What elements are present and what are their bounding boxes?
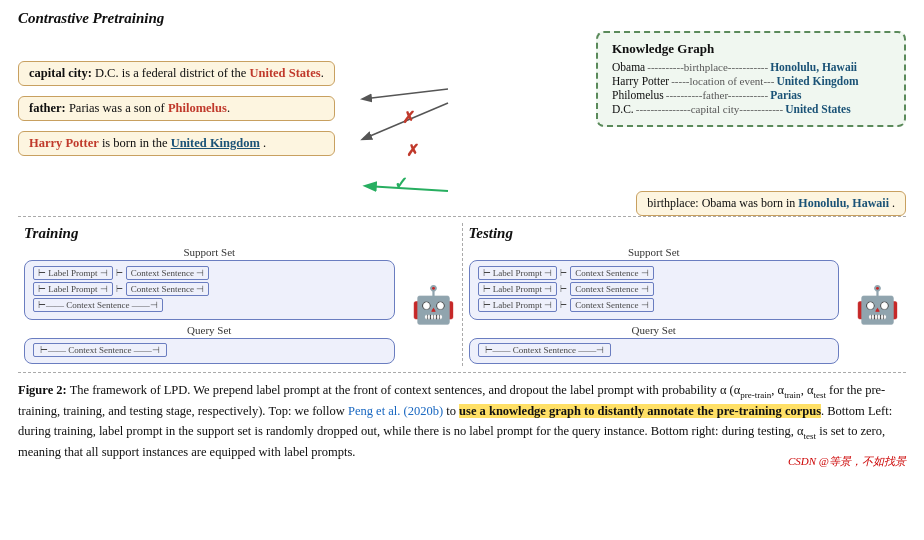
kg-target: Honolulu, Hawaii (770, 61, 857, 73)
kg-entity: Philomelus (612, 89, 664, 101)
capital-city-text2: . (321, 66, 324, 80)
birthplace-sentence: birthplace: Obama was born in Honolulu, … (636, 191, 906, 216)
testing-row-3: ⊢ Label Prompt ⊣ ⊢ Context Sentence ⊣ (478, 298, 831, 312)
training-title: Training (24, 225, 456, 242)
caption-sub4: test (804, 430, 817, 440)
testing-query-box: ⊢—— Context Sentence ——⊣ (469, 338, 840, 364)
query-context-bar: ⊢—— Context Sentence ——⊣ (478, 343, 612, 357)
caption-text3: , α (801, 383, 814, 397)
kg-target: United Kingdom (776, 75, 858, 87)
kg-entity: D.C. (612, 103, 634, 115)
testing-query-row: ⊢—— Context Sentence ——⊣ (478, 343, 831, 357)
harry-potter-text3: . (263, 136, 266, 150)
kg-row-harry: Harry Potter -----location of event--- U… (612, 75, 890, 87)
testing-sets: Support Set ⊢ Label Prompt ⊣ ⊢ Context S… (469, 246, 840, 364)
birthplace-highlight: Honolulu, Hawaii (798, 196, 889, 210)
figure-label: Figure 2: (18, 383, 67, 397)
top-diagram: capital city: D.C. is a federal district… (18, 31, 906, 216)
training-query-row: ⊢—— Context Sentence ——⊣ (33, 343, 386, 357)
training-row-1: ⊢ Label Prompt ⊣ ⊢ Context Sentence ⊣ (33, 266, 386, 280)
father-highlight: Philomelus (168, 101, 227, 115)
birthplace-label: birthplace: (647, 196, 698, 210)
sep: ⊢ (116, 269, 123, 278)
sep: ⊢ (116, 285, 123, 294)
svg-text:✗: ✗ (406, 142, 419, 159)
training-row-3: ⊢—— Context Sentence ——⊣ (33, 298, 386, 312)
label-prompt-bar: ⊢ Label Prompt ⊣ (478, 266, 558, 280)
training-sets: Support Set ⊢ Label Prompt ⊣ ⊢ Context S… (24, 246, 395, 364)
sep: ⊢ (560, 301, 567, 310)
training-section: Training Support Set ⊢ Label Prompt ⊣ ⊢ … (18, 223, 462, 366)
context-only-bar: ⊢—— Context Sentence ——⊣ (33, 298, 163, 312)
label-prompt-bar: ⊢ Label Prompt ⊣ (33, 282, 113, 296)
testing-row-1: ⊢ Label Prompt ⊣ ⊢ Context Sentence ⊣ (478, 266, 831, 280)
testing-support-label: Support Set (469, 246, 840, 258)
caption-text5: to (443, 404, 459, 418)
svg-text:✓: ✓ (394, 174, 408, 193)
training-query-box: ⊢—— Context Sentence ——⊣ (24, 338, 395, 364)
kg-relation: ----------birthplace----------- (647, 61, 768, 73)
training-inner: Support Set ⊢ Label Prompt ⊣ ⊢ Context S… (24, 246, 456, 364)
testing-inner: Support Set ⊢ Label Prompt ⊣ ⊢ Context S… (469, 246, 901, 364)
harry-potter-text1: Harry Potter (29, 136, 99, 150)
capital-city-sentence: capital city: D.C. is a federal district… (18, 61, 335, 86)
sep: ⊢ (560, 285, 567, 294)
caption-sub3: test (813, 390, 826, 400)
kg-row-dc: D.C. ---------------capital city--------… (612, 103, 890, 115)
svg-line-2 (366, 186, 448, 191)
watermark: CSDN @等景，不如找景 (788, 454, 906, 469)
kg-entity: Harry Potter (612, 75, 669, 87)
training-support-box: ⊢ Label Prompt ⊣ ⊢ Context Sentence ⊣ ⊢ … (24, 260, 395, 320)
svg-line-0 (363, 89, 448, 99)
training-query-label: Query Set (24, 324, 395, 336)
left-sentences: capital city: D.C. is a federal district… (18, 61, 335, 156)
capital-city-label: capital city: (29, 66, 92, 80)
father-text2: . (227, 101, 230, 115)
caption-text2: , α (771, 383, 784, 397)
testing-section: Testing Support Set ⊢ Label Prompt ⊣ ⊢ C… (462, 223, 907, 366)
kg-entity: Obama (612, 61, 645, 73)
harry-potter-highlight: United Kingdom (171, 136, 260, 150)
father-text1: Parias was a son of (69, 101, 168, 115)
svg-text:✗: ✗ (402, 109, 415, 126)
kg-relation: ---------------capital city------------ (636, 103, 783, 115)
kg-row-obama: Obama ----------birthplace----------- Ho… (612, 61, 890, 73)
context-bar: Context Sentence ⊣ (570, 298, 653, 312)
middle-section: Training Support Set ⊢ Label Prompt ⊣ ⊢ … (18, 216, 906, 373)
testing-robot: 🤖 (855, 284, 900, 326)
svg-line-1 (363, 103, 448, 139)
label-prompt-bar: ⊢ Label Prompt ⊣ (33, 266, 113, 280)
caption-sub2: train (784, 390, 801, 400)
harry-potter-sentence: Harry Potter is born in the United Kingd… (18, 131, 335, 156)
caption-highlight: use a knowledge graph to distantly annot… (459, 404, 821, 418)
caption-link: Peng et al. (2020b) (348, 404, 443, 418)
testing-row-2: ⊢ Label Prompt ⊣ ⊢ Context Sentence ⊣ (478, 282, 831, 296)
context-bar: Context Sentence ⊣ (126, 266, 209, 280)
training-row-2: ⊢ Label Prompt ⊣ ⊢ Context Sentence ⊣ (33, 282, 386, 296)
figure-caption: Figure 2: The framework of LPD. We prepe… (18, 381, 906, 463)
query-context-bar: ⊢—— Context Sentence ——⊣ (33, 343, 167, 357)
knowledge-graph: Knowledge Graph Obama ----------birthpla… (596, 31, 906, 127)
kg-relation: ----------father----------- (666, 89, 768, 101)
context-bar: Context Sentence ⊣ (570, 266, 653, 280)
kg-target: United States (785, 103, 851, 115)
kg-relation: -----location of event--- (671, 75, 774, 87)
kg-target: Parias (770, 89, 801, 101)
birthplace-text1: Obama was born in (702, 196, 799, 210)
kg-title: Knowledge Graph (612, 41, 890, 57)
context-bar: Context Sentence ⊣ (126, 282, 209, 296)
father-sentence: father: Parias was a son of Philomelus. (18, 96, 335, 121)
label-prompt-bar: ⊢ Label Prompt ⊣ (478, 298, 558, 312)
caption-text1: The framework of LPD. We prepend label p… (70, 383, 741, 397)
label-prompt-bar: ⊢ Label Prompt ⊣ (478, 282, 558, 296)
training-robot: 🤖 (411, 284, 456, 326)
training-support-label: Support Set (24, 246, 395, 258)
capital-city-text1: D.C. is a federal district of the (95, 66, 249, 80)
caption-sub1: pre-train (740, 390, 771, 400)
birthplace-text2: . (892, 196, 895, 210)
testing-title: Testing (469, 225, 901, 242)
sep: ⊢ (560, 269, 567, 278)
testing-query-label: Query Set (469, 324, 840, 336)
section-title: Contrastive Pretraining (18, 10, 906, 27)
capital-city-highlight: United States (249, 66, 320, 80)
